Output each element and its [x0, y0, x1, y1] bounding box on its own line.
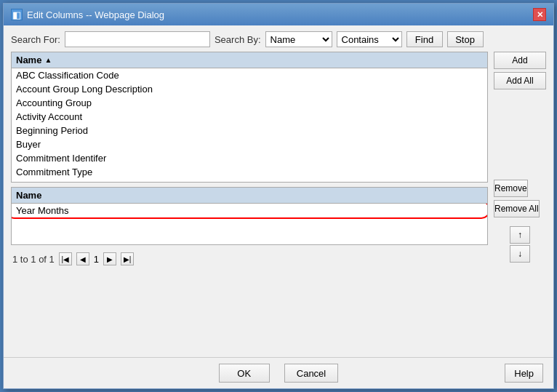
selected-list-header: Name [12, 188, 487, 204]
remove-button[interactable]: Remove [494, 180, 528, 197]
stop-button[interactable]: Stop [447, 31, 484, 47]
cancel-button[interactable]: Cancel [284, 364, 338, 383]
search-input[interactable] [65, 31, 210, 47]
selected-columns-container: Name Year Months [11, 187, 488, 245]
nav-first-button[interactable]: |◀ [59, 252, 72, 265]
up-down-buttons-group: ↑ ↓ [494, 226, 546, 263]
move-up-button[interactable]: ↑ [510, 226, 530, 244]
search-contains-select[interactable]: Contains Starts With Equals [337, 31, 402, 47]
list-item[interactable]: Accounting Group [12, 96, 487, 110]
selected-list-body[interactable]: Year Months [12, 204, 487, 244]
list-item[interactable]: ABC Classification Code [12, 68, 487, 82]
add-buttons-group: Add Add All [494, 52, 546, 89]
search-by-select[interactable]: Name Description [265, 31, 332, 47]
highlight-circle-overlay [12, 204, 487, 219]
list-item[interactable]: Buyer [12, 137, 487, 151]
main-area: Name ▲ ABC Classification Code Account G… [11, 52, 546, 351]
nav-prev-button[interactable]: ◀ [76, 252, 89, 265]
ok-button[interactable]: OK [219, 364, 270, 383]
bottom-bar: OK Cancel Help [4, 357, 553, 388]
title-bar: ◧ Edit Columns -- Webpage Dialog ✕ [4, 4, 553, 25]
title-bar-left: ◧ Edit Columns -- Webpage Dialog [11, 9, 164, 20]
dialog-content: Search For: Search By: Name Description … [4, 25, 553, 357]
pagination-text: 1 to 1 of 1 [12, 254, 55, 265]
list-item[interactable]: Activity Account [12, 110, 487, 124]
pagination-row: 1 to 1 of 1 |◀ ◀ 1 ▶ ▶| [11, 249, 488, 268]
search-for-label: Search For: [11, 34, 60, 45]
list-item[interactable]: Commitment Type [12, 165, 487, 179]
available-list-header: Name ▲ [12, 52, 487, 68]
nav-last-button[interactable]: ▶| [121, 252, 134, 265]
page-number: 1 [94, 254, 99, 265]
help-button[interactable]: Help [505, 364, 543, 383]
dialog-title: Edit Columns -- Webpage Dialog [27, 9, 164, 20]
available-list-body[interactable]: ABC Classification Code Account Group Lo… [12, 68, 487, 182]
available-list-name-label: Name [16, 55, 41, 65]
left-panel: Name ▲ ABC Classification Code Account G… [11, 52, 488, 351]
close-button[interactable]: ✕ [533, 8, 546, 21]
sort-arrow-icon: ▲ [44, 56, 52, 64]
dialog-icon: ◧ [11, 9, 23, 20]
search-by-label: Search By: [215, 34, 261, 45]
list-item[interactable]: Commitment Identifer [12, 151, 487, 165]
search-row: Search For: Search By: Name Description … [11, 31, 546, 47]
remove-all-button[interactable]: Remove All [494, 200, 540, 217]
find-button[interactable]: Find [406, 31, 443, 47]
list-item[interactable]: Beginning Period [12, 124, 487, 137]
list-item-year-months[interactable]: Year Months [12, 204, 487, 217]
list-item[interactable]: Commodity Code [12, 179, 487, 182]
nav-next-button[interactable]: ▶ [103, 252, 116, 265]
available-columns-container: Name ▲ ABC Classification Code Account G… [11, 52, 488, 183]
selected-list-name-label: Name [16, 190, 41, 201]
edit-columns-dialog: ◧ Edit Columns -- Webpage Dialog ✕ Searc… [3, 3, 554, 389]
remove-buttons-group: Remove Remove All [494, 180, 546, 217]
right-buttons-panel: Add Add All Remove Remove All ↑ ↓ [494, 52, 546, 351]
list-item[interactable]: Account Group Long Description [12, 82, 487, 96]
add-button[interactable]: Add [494, 52, 546, 69]
add-all-button[interactable]: Add All [494, 72, 546, 89]
move-down-button[interactable]: ↓ [510, 245, 530, 263]
